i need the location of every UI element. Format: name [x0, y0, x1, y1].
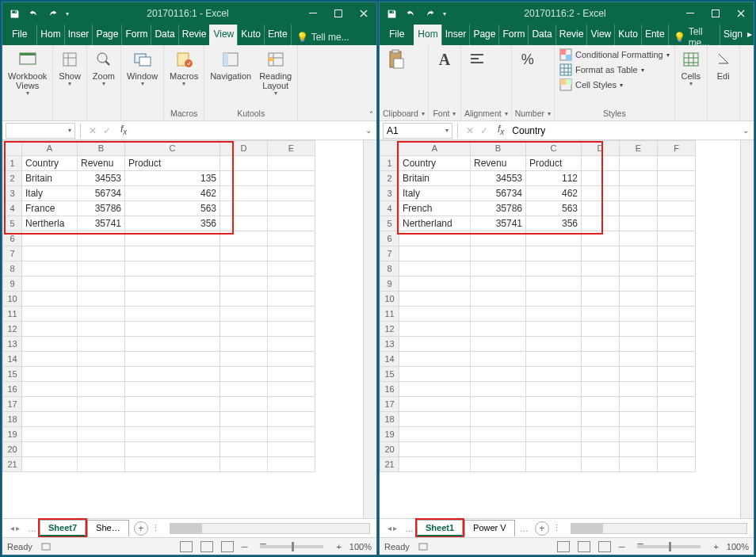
cell[interactable]: [658, 171, 696, 186]
cell[interactable]: [220, 367, 268, 382]
reading-layout-button[interactable]: Reading Layout: [257, 48, 294, 99]
cell[interactable]: 34553: [78, 171, 125, 186]
cells-button[interactable]: Cells: [678, 48, 704, 90]
cell[interactable]: [399, 337, 471, 352]
row-header[interactable]: 18: [3, 412, 22, 427]
cell[interactable]: [399, 412, 471, 427]
cell[interactable]: [620, 201, 658, 216]
ribbon-tab-form[interactable]: Form: [121, 25, 151, 45]
minimize-button[interactable]: [300, 2, 326, 25]
cell[interactable]: [620, 277, 658, 292]
cell[interactable]: [78, 292, 125, 307]
redo-icon[interactable]: [424, 8, 435, 19]
cell[interactable]: [268, 307, 315, 322]
cell[interactable]: [399, 397, 471, 412]
cell[interactable]: [268, 427, 315, 442]
row-header[interactable]: 17: [380, 397, 399, 412]
ribbon-tab-form[interactable]: Form: [498, 25, 528, 45]
cell[interactable]: [471, 277, 526, 292]
page-break-view-icon[interactable]: [221, 541, 234, 552]
ribbon-tab-ente[interactable]: Ente: [641, 25, 668, 45]
ribbon-tab-inser[interactable]: Inser: [64, 25, 93, 45]
cell[interactable]: [582, 352, 620, 367]
ribbon-tab-page[interactable]: Page: [92, 25, 121, 45]
cell[interactable]: [582, 412, 620, 427]
tab-overflow-icon[interactable]: …: [517, 524, 532, 533]
cell[interactable]: [620, 186, 658, 201]
cell[interactable]: [268, 352, 315, 367]
select-all-corner[interactable]: [3, 141, 22, 156]
cell[interactable]: [125, 231, 220, 246]
ribbon-tab-kuto[interactable]: Kuto: [614, 25, 641, 45]
cell[interactable]: 35786: [78, 201, 125, 216]
cell[interactable]: Italy: [22, 186, 78, 201]
cell[interactable]: [620, 352, 658, 367]
cell[interactable]: [220, 201, 268, 216]
cell[interactable]: [526, 367, 582, 382]
format-as-table-button[interactable]: Format as Table▾: [558, 63, 671, 77]
row-header[interactable]: 10: [380, 292, 399, 307]
cell[interactable]: [268, 186, 315, 201]
cell[interactable]: [526, 457, 582, 472]
cell[interactable]: [658, 322, 696, 337]
cell[interactable]: [582, 201, 620, 216]
overflow-icon[interactable]: ▸: [746, 25, 754, 45]
cell[interactable]: [620, 307, 658, 322]
zoom-slider[interactable]: [637, 545, 701, 548]
ribbon-tab-revie[interactable]: Revie: [556, 25, 587, 45]
row-header[interactable]: 5: [380, 216, 399, 231]
cell[interactable]: [526, 292, 582, 307]
cell[interactable]: [471, 397, 526, 412]
sheet-tab[interactable]: Sheet1: [417, 520, 463, 536]
cell[interactable]: [220, 322, 268, 337]
cell[interactable]: [78, 397, 125, 412]
cell[interactable]: [125, 397, 220, 412]
row-header[interactable]: 12: [380, 322, 399, 337]
cell[interactable]: [526, 442, 582, 457]
cell[interactable]: [220, 261, 268, 277]
ribbon-tab-view[interactable]: View: [209, 25, 237, 45]
cell[interactable]: [220, 307, 268, 322]
minimize-button[interactable]: [678, 2, 703, 25]
cell[interactable]: [220, 246, 268, 261]
cell[interactable]: [582, 246, 620, 261]
cell[interactable]: [582, 442, 620, 457]
cell[interactable]: [471, 337, 526, 352]
row-header[interactable]: 2: [3, 171, 22, 186]
zoom-in-icon[interactable]: +: [713, 542, 718, 551]
column-header[interactable]: A: [22, 141, 78, 156]
cell[interactable]: [658, 201, 696, 216]
cell[interactable]: [526, 246, 582, 261]
cell[interactable]: [220, 427, 268, 442]
cell[interactable]: [658, 186, 696, 201]
cell[interactable]: [125, 352, 220, 367]
cell[interactable]: [220, 442, 268, 457]
cell[interactable]: [78, 442, 125, 457]
cell[interactable]: [620, 156, 658, 171]
cell[interactable]: [268, 261, 315, 277]
zoom-slider[interactable]: [260, 545, 323, 548]
cell[interactable]: [125, 442, 220, 457]
cell[interactable]: [22, 352, 78, 367]
menu-file[interactable]: File: [380, 25, 414, 45]
row-header[interactable]: 20: [3, 442, 22, 457]
column-header[interactable]: C: [526, 141, 582, 156]
cell[interactable]: [658, 367, 696, 382]
fx-icon[interactable]: fx: [116, 124, 132, 136]
row-header[interactable]: 12: [3, 322, 22, 337]
cell[interactable]: [125, 457, 220, 472]
cell[interactable]: [658, 457, 696, 472]
cell[interactable]: [22, 246, 78, 261]
cell[interactable]: [582, 231, 620, 246]
collapse-ribbon-icon[interactable]: ˄: [366, 45, 376, 120]
cell[interactable]: [78, 412, 125, 427]
row-header[interactable]: 5: [3, 216, 22, 231]
cell[interactable]: [220, 352, 268, 367]
undo-icon[interactable]: [28, 8, 39, 19]
cell[interactable]: [620, 322, 658, 337]
cell[interactable]: [620, 367, 658, 382]
cell[interactable]: [399, 427, 471, 442]
row-header[interactable]: 2: [380, 171, 399, 186]
spreadsheet-grid[interactable]: ABCDEF1CountryRevenuProduct2Britain34553…: [380, 140, 740, 518]
cell[interactable]: [471, 231, 526, 246]
